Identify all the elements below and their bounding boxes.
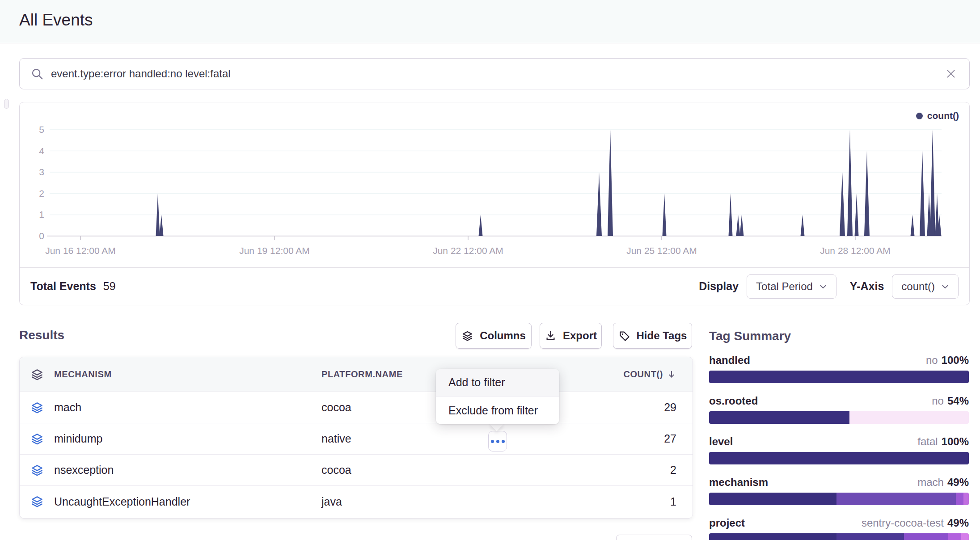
chevron-down-icon [819, 283, 827, 291]
hide-tags-button[interactable]: Hide Tags [613, 323, 692, 349]
chevron-down-icon [941, 283, 949, 291]
svg-text:2: 2 [39, 188, 44, 198]
stack-icon[interactable] [30, 401, 44, 414]
search-input[interactable] [51, 68, 943, 80]
tag-top-value: fatal [917, 435, 938, 447]
page-header: All Events [0, 0, 980, 43]
tag-distribution-bar[interactable] [709, 411, 969, 424]
tag-icon [618, 330, 630, 342]
stack-icon[interactable] [30, 495, 44, 508]
tag-label: mechanism [709, 476, 768, 489]
svg-text:Jun 28 12:00 AM: Jun 28 12:00 AM [820, 245, 891, 256]
download-icon [545, 330, 557, 342]
table-row: UncaughtExceptionHandler java 1 [20, 486, 693, 517]
tag-bar-segment[interactable] [948, 533, 961, 540]
tag-item: level fatal100% [709, 435, 969, 464]
cell-count: 2 [581, 464, 693, 477]
export-button[interactable]: Export [540, 323, 602, 349]
tag-label: level [709, 435, 733, 448]
svg-text:Jun 25 12:00 AM: Jun 25 12:00 AM [626, 245, 697, 256]
export-button-label: Export [563, 329, 597, 342]
tag-percent: 54% [947, 395, 969, 407]
column-header-count[interactable]: COUNT() [581, 369, 693, 380]
tag-bar-segment[interactable] [956, 493, 963, 505]
results-table: MECHANISM PLATFORM.NAME COUNT() mach coc… [19, 357, 693, 519]
tag-label: os.rooted [709, 395, 758, 407]
column-header-mechanism[interactable]: MECHANISM [54, 369, 321, 380]
chart-legend[interactable]: count() [916, 110, 959, 121]
tag-top-value: mach [917, 476, 944, 488]
tag-distribution-bar[interactable] [709, 493, 969, 505]
stack-icon [461, 330, 473, 342]
sort-desc-icon [667, 370, 676, 380]
context-menu: Add to filter Exclude from filter [436, 369, 559, 424]
stack-icon[interactable] [30, 368, 44, 381]
row-actions-button[interactable] [488, 431, 507, 451]
table-actions-row: Columns Export Hide Tags [456, 323, 692, 349]
events-chart-panel: 012345Jun 16 12:00 AMJun 19 12:00 AMJun … [19, 102, 970, 305]
tag-bar-segment[interactable] [961, 533, 969, 540]
tag-bar-segment[interactable] [836, 493, 956, 505]
menu-item-add-to-filter[interactable]: Add to filter [436, 369, 559, 397]
column-header-count-label: COUNT() [623, 369, 663, 380]
chart-plot[interactable]: 012345Jun 16 12:00 AMJun 19 12:00 AMJun … [20, 102, 969, 268]
tag-summary-title: Tag Summary [709, 329, 969, 343]
results-heading: Results [19, 328, 64, 342]
tag-top-value: no [932, 395, 944, 407]
svg-text:3: 3 [39, 167, 44, 177]
table-header-row: MECHANISM PLATFORM.NAME COUNT() [20, 357, 693, 392]
tag-item: os.rooted no54% [709, 395, 969, 424]
tag-item: mechanism mach49% [709, 476, 969, 505]
menu-item-exclude-from-filter[interactable]: Exclude from filter [436, 397, 559, 424]
table-row: minidump native 27 [20, 423, 693, 455]
tag-label: handled [709, 354, 750, 367]
cell-mechanism: mach [54, 401, 321, 414]
page-title: All Events [19, 11, 93, 30]
search-bar [19, 58, 970, 89]
svg-text:Jun 19 12:00 AM: Jun 19 12:00 AM [239, 245, 310, 256]
cell-count: 29 [581, 401, 693, 414]
cell-mechanism: nsexception [54, 464, 321, 477]
tag-bar-segment[interactable] [709, 371, 969, 383]
cell-mechanism: UncaughtExceptionHandler [54, 495, 321, 508]
tag-item: project sentry-cocoa-test49% [709, 517, 969, 540]
search-icon [30, 67, 44, 80]
cell-platform: java [321, 495, 581, 508]
tag-bar-segment[interactable] [963, 493, 969, 505]
columns-button[interactable]: Columns [456, 323, 532, 349]
yaxis-select[interactable]: count() [892, 274, 959, 299]
svg-text:5: 5 [39, 124, 44, 135]
display-select[interactable]: Total Period [747, 274, 836, 299]
tag-bar-segment[interactable] [904, 533, 948, 540]
clear-search-icon[interactable] [943, 66, 959, 81]
display-select-value: Total Period [756, 280, 813, 293]
columns-button-label: Columns [480, 329, 526, 342]
yaxis-select-value: count() [901, 280, 935, 293]
stack-icon[interactable] [30, 432, 44, 446]
panel-resize-handle[interactable] [4, 99, 9, 109]
cell-platform: native [321, 432, 581, 445]
tag-item: handled no100% [709, 354, 969, 383]
ellipsis-dot-icon [491, 440, 494, 443]
svg-text:4: 4 [39, 146, 44, 156]
legend-label: count() [927, 110, 959, 121]
svg-text:Jun 16 12:00 AM: Jun 16 12:00 AM [45, 245, 116, 256]
tag-distribution-bar[interactable] [709, 452, 969, 464]
table-row: nsexception cocoa 2 [20, 455, 693, 486]
cell-count: 1 [581, 495, 693, 508]
tag-distribution-bar[interactable] [709, 533, 969, 540]
tag-percent: 49% [947, 517, 969, 529]
tag-percent: 100% [942, 435, 969, 447]
total-events-value: 59 [103, 280, 116, 293]
tag-distribution-bar[interactable] [709, 371, 969, 383]
tag-bar-segment[interactable] [709, 493, 836, 505]
ellipsis-dot-icon [502, 440, 505, 443]
pagination-buttons[interactable] [616, 535, 692, 540]
tag-bar-segment[interactable] [709, 411, 849, 424]
tag-bar-segment[interactable] [709, 533, 836, 540]
stack-icon[interactable] [30, 464, 44, 477]
tag-bar-segment[interactable] [849, 411, 969, 424]
svg-text:Jun 22 12:00 AM: Jun 22 12:00 AM [433, 245, 503, 256]
tag-bar-segment[interactable] [836, 533, 904, 540]
tag-bar-segment[interactable] [709, 452, 969, 464]
